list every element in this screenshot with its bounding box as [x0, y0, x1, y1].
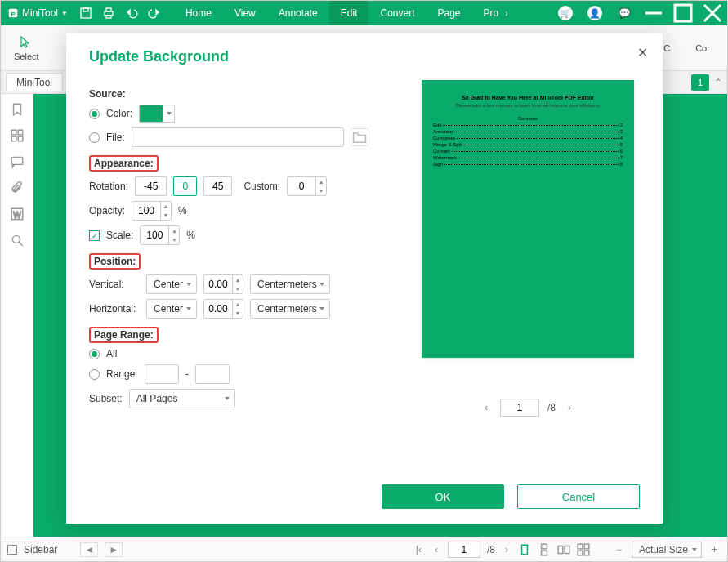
window-close-button[interactable] — [698, 1, 727, 25]
single-page-view-icon[interactable] — [518, 543, 531, 556]
preview-total-pages: /8 — [547, 402, 556, 413]
vertical-align-select[interactable]: Center — [146, 274, 197, 294]
next-page-icon[interactable]: › — [564, 402, 575, 413]
save-icon[interactable] — [79, 7, 92, 20]
next-page-status-icon[interactable]: › — [502, 544, 511, 555]
range-all-label: All — [106, 348, 117, 359]
horizontal-align-select[interactable]: Center — [146, 299, 197, 319]
menu-annotate[interactable]: Annotate — [267, 1, 329, 25]
preview-page-input[interactable] — [500, 399, 539, 417]
menu-home[interactable]: Home — [174, 1, 223, 25]
menu-edit[interactable]: Edit — [329, 1, 369, 25]
zoom-out-icon[interactable]: − — [613, 544, 625, 555]
rotation-zero[interactable]: 0 — [173, 176, 197, 196]
rotation-label: Rotation: — [89, 181, 128, 192]
comments-icon[interactable] — [10, 154, 25, 169]
svg-rect-22 — [542, 551, 547, 555]
logo-icon: P — [7, 7, 19, 19]
feedback-button[interactable]: 💬 — [610, 1, 639, 25]
page-badge[interactable]: 1 — [691, 74, 709, 91]
opacity-spinner[interactable]: ▲▼ — [132, 201, 172, 221]
vertical-label: Vertical: — [89, 279, 140, 290]
app-logo[interactable]: P MiniTool ▼ — [1, 7, 74, 19]
svg-rect-14 — [18, 136, 23, 141]
folder-icon[interactable] — [351, 128, 368, 146]
two-page-view-icon[interactable] — [557, 543, 570, 556]
scale-spinner[interactable]: ▲▼ — [140, 225, 180, 245]
menu-view[interactable]: View — [223, 1, 267, 25]
sidebar-prev-icon[interactable]: ◄ — [80, 542, 98, 557]
scale-checkbox[interactable]: ✓ — [89, 230, 100, 241]
document-tab[interactable]: MiniTool — [6, 73, 63, 91]
sidebar-next-icon[interactable]: ► — [105, 542, 123, 557]
custom-rotation-spinner[interactable]: ▲▼ — [287, 176, 327, 196]
prev-page-icon[interactable]: ‹ — [480, 402, 492, 413]
rotation-pos45[interactable]: 45 — [203, 176, 232, 196]
cart-icon: 🛒 — [558, 6, 573, 20]
cancel-button[interactable]: Cancel — [517, 484, 640, 509]
range-custom-radio[interactable] — [89, 369, 100, 380]
bookmark-icon[interactable] — [10, 102, 25, 117]
custom-label: Custom: — [243, 181, 280, 192]
maximize-button[interactable] — [668, 1, 698, 25]
two-page-continuous-icon[interactable] — [577, 543, 590, 556]
rotation-neg45[interactable]: -45 — [135, 176, 167, 196]
chevron-down-icon — [163, 105, 174, 122]
menu-items: Home View Annotate Edit Convert Page Pro… — [174, 1, 511, 25]
range-to-input[interactable] — [195, 364, 230, 384]
prev-page-status-icon[interactable]: ‹ — [431, 544, 441, 555]
preview-toc-row: Sign8 — [433, 162, 623, 167]
range-from-input[interactable] — [145, 364, 179, 384]
opacity-unit: % — [178, 205, 187, 216]
cursor-icon — [19, 35, 33, 50]
color-swatch — [140, 105, 163, 122]
thumbnails-icon[interactable] — [10, 128, 25, 143]
horizontal-unit-select[interactable]: Centermeters — [250, 299, 330, 319]
color-picker[interactable] — [139, 105, 175, 123]
vertical-offset-spinner[interactable]: ▲▼ — [203, 274, 243, 294]
menu-page[interactable]: Page — [427, 1, 472, 25]
select-tool[interactable]: Select — [7, 32, 46, 65]
spin-down-icon[interactable]: ▼ — [316, 186, 326, 195]
search-icon[interactable] — [10, 233, 25, 248]
svg-rect-27 — [578, 551, 583, 555]
undo-icon[interactable] — [125, 7, 138, 20]
source-color-radio[interactable] — [89, 109, 100, 119]
preview-toc-row: Watermark7 — [433, 155, 623, 160]
app-dropdown-icon[interactable]: ▼ — [61, 10, 68, 17]
minimize-button[interactable] — [639, 1, 668, 25]
horizontal-offset-spinner[interactable]: ▲▼ — [203, 299, 243, 319]
menu-convert[interactable]: Convert — [368, 1, 426, 25]
continuous-view-icon[interactable] — [538, 543, 551, 556]
source-file-radio[interactable] — [89, 132, 100, 143]
account-button[interactable]: 👤 — [580, 1, 610, 25]
svg-rect-15 — [11, 157, 23, 164]
sidebar-toggle-checkbox[interactable] — [7, 545, 17, 555]
first-page-icon[interactable]: |‹ — [413, 544, 425, 555]
zoom-in-icon[interactable]: + — [708, 544, 721, 555]
word-export-icon[interactable]: W — [10, 207, 25, 221]
menu-pro[interactable]: Pro — [472, 1, 502, 25]
spin-up-icon[interactable]: ▲ — [316, 177, 326, 186]
ok-button[interactable]: OK — [382, 484, 504, 509]
attachments-icon[interactable] — [10, 181, 25, 195]
page-total-label: /8 — [487, 544, 495, 555]
svg-rect-21 — [542, 544, 547, 549]
page-number-input[interactable] — [448, 542, 480, 558]
color-label: Color: — [106, 108, 132, 119]
collapse-icon[interactable]: ⌃ — [714, 77, 722, 88]
redo-icon[interactable] — [148, 7, 161, 20]
subset-select[interactable]: All Pages — [129, 389, 235, 408]
dialog-close-button[interactable]: ✕ — [637, 45, 648, 60]
print-icon[interactable] — [102, 7, 115, 20]
subset-label: Subset: — [89, 393, 123, 404]
cor-tool[interactable]: Cor — [685, 40, 721, 56]
range-all-radio[interactable] — [89, 349, 100, 359]
menu-more-icon[interactable]: › — [502, 9, 511, 18]
vertical-unit-select[interactable]: Centermeters — [250, 274, 330, 294]
file-label: File: — [106, 132, 125, 143]
zoom-level-select[interactable]: Actual Size — [632, 542, 702, 558]
svg-rect-20 — [522, 545, 528, 554]
cart-button[interactable]: 🛒 — [551, 1, 580, 25]
file-path-input[interactable] — [132, 127, 344, 147]
